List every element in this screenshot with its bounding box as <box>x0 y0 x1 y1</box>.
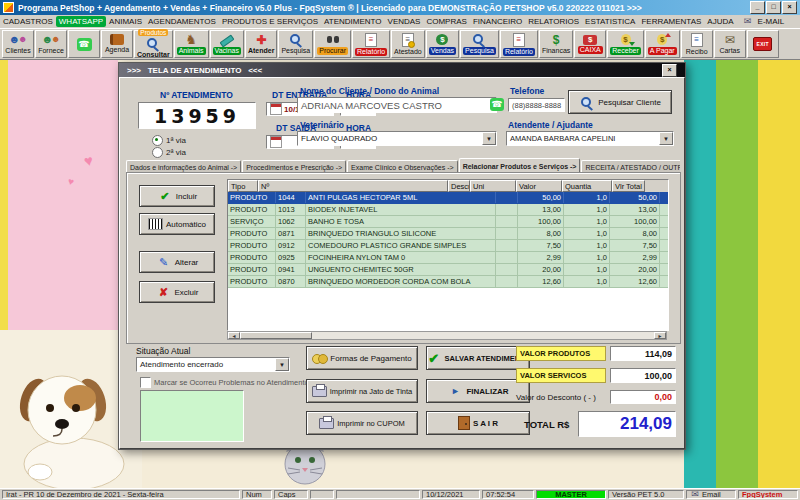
table-row[interactable]: PRODUTO 1044 ANTI PULGAS HECTOPAR 5ML 50… <box>228 192 668 204</box>
mail-icon <box>690 490 700 499</box>
atendimento-number: 13959 <box>138 102 256 129</box>
telefone-label: Telefone <box>510 86 544 96</box>
toolbar-button[interactable]: Atestado <box>391 30 425 58</box>
status-email[interactable]: Email <box>686 490 736 499</box>
table-row[interactable]: SERVIÇO 1062 BANHO E TOSA 100,00 1,0 100… <box>228 216 668 228</box>
alterar-button[interactable]: Alterar <box>139 251 215 273</box>
horizontal-scrollbar[interactable]: ◄ ► <box>227 331 667 340</box>
menu-item[interactable]: ATENDIMENTO <box>321 16 384 27</box>
cashbox-icon <box>583 35 597 45</box>
toolbar-button[interactable]: Vacinas <box>210 30 244 58</box>
toolbar-button[interactable]: Atender <box>245 30 277 58</box>
valor-produtos-value: 114,09 <box>610 346 676 361</box>
column-header: Vlr Total <box>612 180 645 192</box>
agenda-icon <box>110 34 124 45</box>
toolbar-button[interactable]: Relatório <box>352 30 390 58</box>
valor-servicos-label: VALOR SERVICOS <box>516 368 606 383</box>
table-row[interactable]: PRODUTO 0912 COMEDOURO PLASTICO GRANDE S… <box>228 240 668 252</box>
cliente-input[interactable]: ADRIANA MARCOVES CASTRO <box>297 97 497 113</box>
problemas-checkbox[interactable]: Marcar se Ocorreu Problemas no Atendimen… <box>140 377 309 388</box>
menu-item[interactable]: AJUDA <box>704 16 736 27</box>
tab[interactable]: Relacionar Produtos e Serviços -> <box>459 158 581 173</box>
situacao-select[interactable]: Atendimento encerrado ▼ <box>136 357 290 372</box>
toolbar-button[interactable]: Procurar <box>314 30 351 58</box>
toolbar-button[interactable] <box>747 30 779 58</box>
scrollbar-thumb[interactable] <box>240 332 312 339</box>
finalizar-button[interactable]: FINALIZAR <box>426 379 530 403</box>
toolbar-button[interactable]: Financas <box>539 30 573 58</box>
column-header: Tipo <box>228 180 258 192</box>
desconto-value[interactable]: 0,00 <box>610 390 676 404</box>
table-row[interactable]: PRODUTO 0941 UNGUENTO CHEMITEC 50GR 20,0… <box>228 264 668 276</box>
table-row[interactable]: PRODUTO 1013 BIODEX INJETAVEL 13,00 1,0 … <box>228 204 668 216</box>
toolbar-button[interactable]: Receber <box>607 30 643 58</box>
scroll-right-icon[interactable]: ► <box>654 332 666 339</box>
chevron-down-icon: ▼ <box>482 132 496 145</box>
toolbar-button[interactable]: Cartas <box>714 30 746 58</box>
formas-pagamento-button[interactable]: Formas de Pagamento <box>306 346 418 370</box>
dialog-close-button[interactable]: × <box>662 64 677 77</box>
toolbar-button[interactable]: Produtos Consultar <box>134 30 173 58</box>
toolbar-button[interactable]: A Pagar <box>645 30 680 58</box>
menu-item[interactable]: FINANCEIRO <box>470 16 525 27</box>
menu-item[interactable]: E-MAIL <box>737 16 788 27</box>
menu-item[interactable]: PRODUTOS E SERVIÇOS <box>219 16 321 27</box>
toolbar-button[interactable]: Fornece <box>35 30 67 58</box>
pesquisar-cliente-button[interactable]: Pesquisar Cliente <box>568 90 672 114</box>
excluir-button[interactable]: Excluir <box>139 281 215 303</box>
minimize-button[interactable]: _ <box>750 1 765 14</box>
status-time: 07:52:54 <box>482 490 534 499</box>
atendente-label: Atendente / Ajudante <box>508 120 593 130</box>
status-version: Versão PET 5.0 <box>608 490 684 499</box>
toolbar-button[interactable]: Clientes <box>2 30 34 58</box>
imprimir-jato-button[interactable]: Imprimir na Jato de Tinta <box>306 379 418 403</box>
toolbar-button[interactable]: Vendas <box>426 30 459 58</box>
menu-item[interactable]: AGENDAMENTOS <box>145 16 219 27</box>
toolbar-button[interactable]: Animais <box>174 30 209 58</box>
menu-item[interactable]: RELATORIOS <box>525 16 582 27</box>
table-row[interactable]: PRODUTO 0871 BRINQUEDO TRIANGULO SILICON… <box>228 228 668 240</box>
toolbar-button[interactable] <box>68 30 100 58</box>
dialog-title: >>> TELA DE ATENDIMENTO <<< <box>127 66 262 75</box>
imprimir-cupom-button[interactable]: Imprimir no CUPOM <box>306 411 418 435</box>
veterinario-select[interactable]: FLAVIO QUADRADO ▼ <box>297 131 497 146</box>
telefone-input[interactable]: (88)8888-8888 <box>508 98 565 112</box>
toolbar-button[interactable]: Recibo <box>681 30 713 58</box>
menu-item[interactable]: ANIMAIS <box>106 16 145 27</box>
table-row[interactable]: PRODUTO 0870 BRINQUEDO MORDEDOR CORDA CO… <box>228 276 668 288</box>
radio-off-icon <box>152 147 163 158</box>
toolbar-button[interactable]: Agenda <box>101 30 133 58</box>
menubar: CADASTROS WHATSAPP ANIMAIS AGENDAMENTOS … <box>0 15 800 28</box>
coins-icon <box>312 353 327 364</box>
via1-radio[interactable]: 1ª via <box>152 135 186 146</box>
automatico-button[interactable]: Automático <box>139 213 215 235</box>
menu-item[interactable]: CADASTROS <box>0 16 56 27</box>
whatsapp-icon <box>77 38 92 51</box>
close-button[interactable]: × <box>782 1 797 14</box>
toolbar-button[interactable]: Pesquisa <box>278 30 313 58</box>
maximize-button[interactable]: □ <box>766 1 781 14</box>
atendente-select[interactable]: AMANDA BARBARA CAPELINI ▼ <box>506 131 674 146</box>
menu-item[interactable]: COMPRAS <box>423 16 469 27</box>
arrow-right-icon <box>447 385 463 398</box>
whatsapp-icon <box>490 98 504 111</box>
incluir-button[interactable]: Incluir <box>139 185 215 207</box>
toolbar-button[interactable]: Relatório <box>500 30 538 58</box>
menu-item[interactable]: VENDAS <box>385 16 424 27</box>
animals-icon <box>183 33 199 46</box>
menu-item[interactable]: WHATSAPP <box>56 16 106 27</box>
menu-item[interactable]: ESTATISTICA <box>582 16 638 27</box>
toolbar-button[interactable]: Pesquisa <box>460 30 499 58</box>
chevron-down-icon: ▼ <box>275 358 289 371</box>
sair-button[interactable]: S A I R <box>426 411 530 435</box>
via2-radio[interactable]: 2ª via <box>152 147 186 158</box>
menu-item[interactable]: FERRAMENTAS <box>638 16 704 27</box>
toolbar-button[interactable]: CAIXA <box>574 30 606 58</box>
salvar-atendimento-button[interactable]: SALVAR ATENDIMENTO <box>426 346 530 370</box>
scroll-left-icon[interactable]: ◄ <box>228 332 240 339</box>
veterinario-label: Veterinário <box>300 120 344 130</box>
table-row[interactable]: PRODUTO 0925 FOCINHEIRA NYLON TAM 0 2,99… <box>228 252 668 264</box>
statusbar: Irat - PR 10 de Dezembro de 2021 - Sexta… <box>0 488 800 500</box>
notes-area[interactable] <box>140 390 244 442</box>
clients-icon <box>10 33 26 46</box>
